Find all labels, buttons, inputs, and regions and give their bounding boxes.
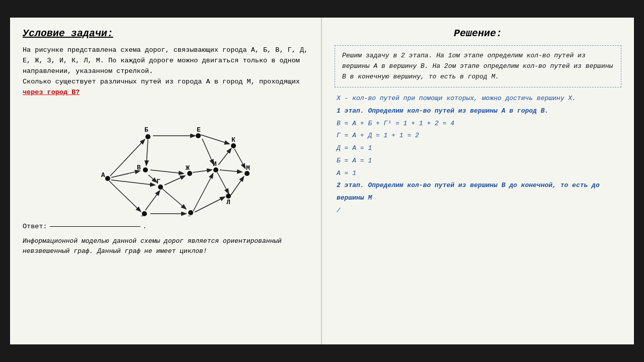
svg-line-15: [193, 174, 213, 211]
answer-blank: [50, 226, 140, 227]
node-D: Д: [140, 215, 144, 216]
right-panel: Решение: Решим задачу в 2 этапа. На 1ом …: [322, 18, 634, 344]
svg-point-31: [231, 143, 236, 148]
solution-steps: Х - кол-во путей при помощи которых, мож…: [335, 93, 621, 217]
svg-point-23: [145, 134, 150, 139]
step1-header: 1 этап. Определим кол-во путей из вершин…: [337, 105, 619, 118]
answer-row: Ответ: .: [23, 223, 308, 230]
svg-line-9: [162, 189, 186, 209]
node-L: Л: [226, 199, 230, 206]
problem-text-2-highlight: через город В?: [23, 88, 79, 96]
svg-line-12: [202, 139, 213, 164]
step1-line-1: В = А + Б + Г¹ = 1 + 1 + 2 = 4: [337, 118, 619, 130]
step1-line-5: А = 1: [337, 167, 619, 180]
problem-title: Условие задачи:: [23, 28, 308, 39]
svg-line-2: [111, 180, 154, 185]
svg-line-14: [193, 170, 211, 172]
node-Zh: Ж: [186, 164, 190, 172]
step2-header: 2 этап. Определим кол-во путей из вершин…: [337, 179, 619, 204]
svg-point-22: [105, 176, 110, 181]
node-B: Б: [144, 126, 148, 134]
problem-text-body: На рисунке представлена схема дорог, свя…: [23, 45, 308, 98]
svg-line-17: [218, 149, 231, 165]
svg-line-10: [145, 191, 159, 210]
answer-period: .: [143, 223, 147, 230]
svg-point-30: [213, 167, 218, 172]
graph-svg: А Б В Г Д Е Ж З И К Л М: [80, 106, 251, 216]
svg-line-6: [150, 170, 183, 173]
node-I: И: [213, 160, 217, 168]
node-K: К: [231, 136, 235, 144]
left-panel: Условие задачи: На рисунке представлена …: [10, 18, 322, 344]
svg-line-7: [148, 175, 156, 182]
node-G: Г: [156, 178, 160, 186]
svg-point-24: [143, 167, 148, 172]
svg-point-32: [226, 194, 231, 199]
graph-diagram: А Б В Г Д Е Ж З И К Л М: [80, 106, 251, 216]
step1-line-3: Д = А = 1: [337, 142, 619, 155]
node-A: А: [101, 171, 105, 179]
x-definition: Х - кол-во путей при помощи которых, мож…: [337, 93, 619, 105]
svg-line-5: [146, 140, 148, 165]
svg-line-13: [201, 135, 229, 144]
problem-text-1: На рисунке представлена схема дорог, свя…: [23, 46, 308, 75]
node-Z: З: [187, 215, 191, 216]
svg-point-27: [196, 133, 201, 138]
cursor-line: /: [337, 205, 619, 217]
node-E: Е: [197, 126, 201, 134]
svg-line-19: [217, 172, 228, 193]
node-M: М: [246, 164, 250, 172]
svg-line-18: [220, 170, 242, 172]
step1-line-2: Г = А + Д = 1 + 1 = 2: [337, 130, 619, 142]
svg-line-21: [231, 177, 244, 195]
solution-intro-text: Решим задачу в 2 этапа. На 1ом этапе опр…: [342, 52, 613, 80]
info-text: Информационной моделью данной схемы доро…: [23, 236, 308, 257]
svg-line-20: [234, 149, 245, 168]
node-V: В: [137, 164, 141, 171]
answer-label: Ответ:: [23, 223, 47, 230]
svg-line-3: [109, 181, 140, 211]
svg-line-1: [111, 171, 139, 177]
main-container: Условие задачи: На рисунке представлена …: [10, 18, 634, 344]
problem-text-2-normal: Сколько существует различных путей из го…: [23, 78, 300, 85]
svg-line-8: [165, 176, 185, 185]
solution-title: Решение:: [335, 28, 621, 39]
step1-line-4: Б = А = 1: [337, 155, 619, 167]
solution-intro-box: Решим задачу в 2 этапа. На 1ом этапе опр…: [335, 45, 621, 87]
